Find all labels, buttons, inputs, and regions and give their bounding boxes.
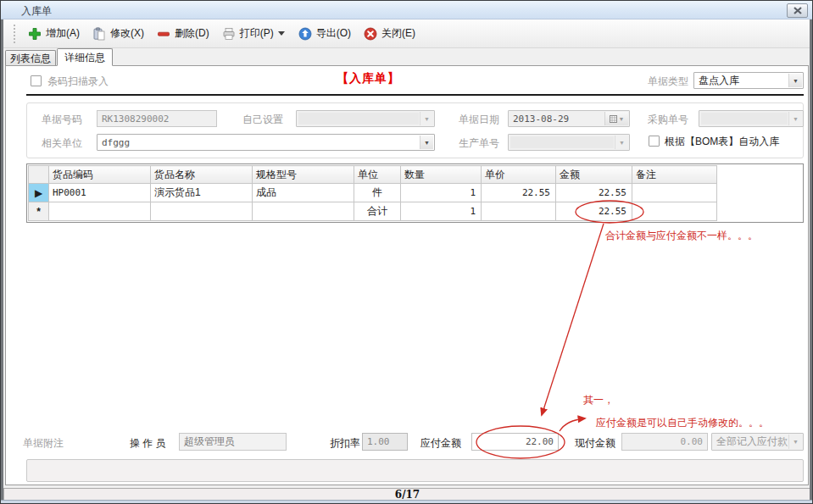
window-close-button[interactable] [787, 3, 808, 18]
total-price-cell[interactable] [482, 202, 556, 221]
row-selector-new[interactable]: * [29, 202, 49, 221]
total-qty-cell: 1 [401, 202, 482, 221]
tab-list-info[interactable]: 列表信息 [5, 50, 56, 66]
total-amount-cell: 22.55 [556, 202, 632, 221]
toolbar-grip [14, 25, 16, 43]
total-cell-code[interactable] [49, 202, 151, 221]
row-selector-current[interactable]: ▶ [29, 184, 49, 202]
discount-input[interactable]: 1.00 [362, 433, 408, 451]
titlebar: 入库单 [1, 1, 813, 19]
col-header-note[interactable]: 备注 [632, 166, 717, 184]
purchase-no-label: 采购单号 [648, 113, 688, 127]
production-no-arrow-icon: ▼ [615, 136, 628, 149]
operator-input: 超级管理员 [179, 433, 287, 451]
grid-selector-header[interactable] [29, 166, 49, 184]
tab-detail-info[interactable]: 详细信息 [57, 48, 113, 66]
total-cell-name[interactable] [151, 202, 253, 221]
doc-type-label: 单据类型 [648, 75, 688, 89]
cell-note[interactable] [632, 184, 717, 202]
add-button[interactable]: 增加(A) [23, 23, 87, 44]
related-unit-label: 相关单位 [42, 136, 82, 151]
total-note-cell[interactable] [632, 202, 717, 221]
cell-price[interactable]: 22.55 [482, 184, 556, 202]
export-button-label: 导出(O) [316, 26, 351, 41]
operator-label: 操 作 员 [130, 436, 166, 451]
related-unit-select[interactable]: dfggg ▼ [97, 134, 435, 151]
cell-unit[interactable]: 件 [354, 184, 401, 202]
record-counter: 6/17 [395, 489, 420, 501]
cell-amount[interactable]: 22.55 [556, 184, 632, 202]
export-icon [298, 27, 312, 41]
close-button-label: 关闭(E) [381, 26, 415, 41]
doc-type-select[interactable]: 盘点入库 ▼ [693, 72, 804, 89]
doc-date-picker[interactable]: 2013-08-29 ▼ [508, 110, 630, 127]
export-button[interactable]: 导出(O) [293, 23, 359, 44]
cell-spec[interactable]: 成品 [253, 184, 354, 202]
barcode-scan-label: 条码扫描录入 [47, 75, 109, 89]
cell-code[interactable]: HP0001 [49, 184, 151, 202]
doc-type-arrow-icon: ▼ [788, 74, 802, 87]
items-table: 货品编码 货品名称 规格型号 单位 数量 单价 金额 备注 ▶ HP0001 演… [28, 165, 717, 221]
purchase-no-arrow-icon: ▼ [788, 112, 802, 125]
barcode-scan-checkbox[interactable] [31, 75, 42, 86]
payable-input[interactable]: 22.00 [471, 433, 559, 451]
annotation-note-mismatch: 合计金额与应付金额不一样。。。 [605, 229, 758, 243]
col-header-amount[interactable]: 金额 [556, 166, 632, 184]
window-frame-right [810, 19, 812, 503]
custom-set-value [301, 111, 419, 126]
print-button-label: 打印(P) [240, 26, 274, 41]
payable-label: 应付金额 [420, 436, 461, 451]
pay-mode-select: 全部记入应付款 ▼ [711, 433, 804, 451]
col-header-name[interactable]: 货品名称 [151, 166, 253, 184]
delete-button[interactable]: 删除(D) [152, 23, 217, 44]
doc-type-value: 盘点入库 [699, 73, 788, 88]
header-divider [26, 94, 804, 96]
purchase-no-value [704, 111, 788, 126]
plus-icon [28, 27, 42, 41]
doc-date-label: 单据日期 [459, 113, 499, 127]
window-frame-bottom [1, 500, 812, 503]
toolbar: 增加(A) 修改(X) 删除(D) [3, 19, 811, 48]
custom-set-arrow-icon: ▼ [420, 112, 433, 125]
col-header-unit[interactable]: 单位 [354, 166, 401, 184]
cell-name[interactable]: 演示货品1 [151, 184, 253, 202]
doc-banner: 【入库单】 [337, 71, 400, 86]
window-title: 入库单 [21, 4, 52, 19]
print-dropdown-caret[interactable] [275, 28, 288, 39]
total-cell-spec[interactable] [253, 202, 354, 221]
close-button[interactable]: 关闭(E) [359, 23, 423, 44]
related-unit-arrow-icon: ▼ [420, 136, 433, 149]
custom-set-select: ▼ [296, 110, 435, 127]
pay-mode-arrow-icon: ▼ [788, 435, 802, 449]
bom-auto-label: 根据【BOM表】自动入库 [665, 135, 779, 149]
clipboard-icon [92, 27, 106, 41]
pay-mode-value: 全部记入应付款 [716, 434, 788, 450]
close-x-icon [794, 7, 802, 14]
col-header-code[interactable]: 货品编码 [49, 166, 151, 184]
doc-no-input: RK1308290002 [97, 110, 217, 127]
doc-no-label: 单据号码 [42, 113, 82, 127]
calendar-icon: ▼ [604, 112, 628, 125]
delete-button-label: 删除(D) [175, 26, 209, 41]
col-header-qty[interactable]: 数量 [401, 166, 482, 184]
annotation-note-editable: 应付金额是可以自己手动修改的。。。 [596, 416, 769, 430]
edit-button-label: 修改(X) [110, 26, 144, 41]
col-header-spec[interactable]: 规格型号 [253, 166, 354, 184]
doc-date-value: 2013-08-29 [513, 111, 614, 126]
col-header-price[interactable]: 单价 [482, 166, 556, 184]
edit-button[interactable]: 修改(X) [87, 23, 152, 44]
doc-note-textarea[interactable] [26, 459, 804, 482]
bom-auto-checkbox[interactable] [649, 136, 660, 147]
production-no-select: ▼ [508, 134, 630, 151]
close-circle-icon [364, 27, 377, 41]
purchase-no-select: ▼ [699, 110, 804, 127]
print-button[interactable]: 打印(P) [217, 23, 281, 44]
chevron-down-icon [278, 31, 285, 36]
printer-icon [222, 27, 236, 41]
minus-icon [157, 27, 170, 41]
add-button-label: 增加(A) [46, 26, 80, 41]
cell-qty[interactable]: 1 [401, 184, 482, 202]
table-row: ▶ HP0001 演示货品1 成品 件 1 22.55 22.55 [29, 184, 717, 202]
custom-set-label: 自己设置 [242, 113, 283, 127]
paid-input: 0.00 [621, 433, 708, 451]
